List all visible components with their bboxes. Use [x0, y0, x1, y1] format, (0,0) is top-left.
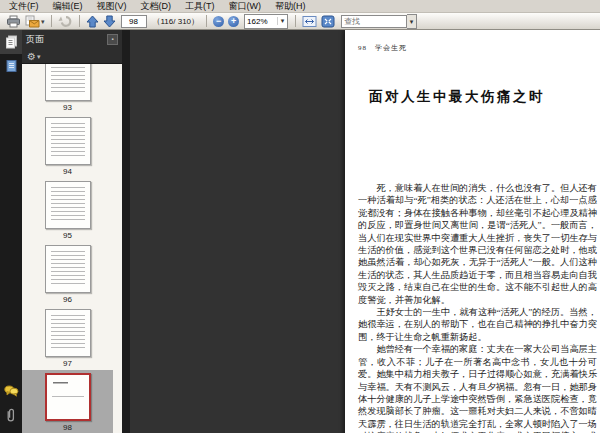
menu-item[interactable]: 工具(T) — [178, 0, 222, 13]
arrow-up-icon — [86, 15, 99, 28]
pages-panel-header: 页面 ▪ — [22, 30, 122, 49]
toolbar: ▾ （116/ 310） − + ▾ — [0, 13, 600, 30]
thumbnail-page-preview[interactable] — [45, 309, 91, 357]
menu-item[interactable]: 窗口(W) — [222, 0, 269, 13]
thumbnail-page-number: 93 — [22, 103, 113, 112]
thumbnail-page-preview[interactable] — [45, 117, 91, 165]
thumbnail-page-number: 94 — [22, 167, 113, 176]
body-paragraph: 她曾经有一个幸福的家庭：丈夫在一家大公司当高层主管，收入不菲；儿子在一所著名高中… — [358, 343, 597, 433]
document-page: 98学会生死 面对人生中最大伤痛之时 死，意味着人在世间的消失，什么也没有了。但… — [345, 30, 600, 433]
panel-menu-button[interactable]: ▪ — [107, 34, 118, 45]
panel-resize-divider[interactable] — [122, 30, 130, 433]
pages-panel: 页面 ▪ ⚙ ▾ 93 94 95 — [22, 30, 122, 433]
menu-item[interactable]: 文件(F) — [2, 0, 46, 13]
running-header-page-number: 98 — [358, 44, 367, 52]
thumbnail-text-lines — [52, 380, 84, 414]
menu-item[interactable]: 视图(V) — [90, 0, 134, 13]
find-box: ▾ — [341, 14, 417, 29]
previous-view-button-disabled[interactable] — [56, 14, 75, 29]
page-thumbnail[interactable]: 95 — [22, 178, 113, 242]
menu-bar: 文件(F)编辑(E)视图(V)文档(D)工具(T)窗口(W)帮助(H) — [0, 0, 600, 13]
previous-view-icon — [58, 15, 73, 28]
menu-item[interactable]: 编辑(E) — [46, 0, 90, 13]
pages-icon — [5, 35, 18, 49]
zoom-in-button[interactable]: + — [228, 16, 239, 27]
thumbnail-page-number: 95 — [22, 231, 113, 240]
fullscreen-icon — [321, 15, 335, 28]
fullscreen-button[interactable] — [319, 14, 337, 29]
thumbnail-text-lines — [51, 251, 85, 287]
body-paragraph: 死，意味着人在世间的消失，什么也没有了。但人还有一种活着却与“死”相类的状态：人… — [358, 182, 597, 306]
navigation-icon-strip — [0, 30, 22, 433]
toolbar-separator — [206, 15, 207, 27]
chevron-down-icon[interactable]: ▾ — [407, 14, 417, 29]
thumbnail-list: 93 94 95 96 97 98 — [22, 64, 113, 433]
thumbnail-page-number: 97 — [22, 359, 113, 368]
chevron-down-icon: ▾ — [37, 49, 41, 64]
body-paragraph: 王妤女士的一生中，就有这种“活死人”的经历。当然，她很幸运，在别人的帮助下，也在… — [358, 306, 597, 343]
toolbar-separator — [79, 15, 80, 27]
body-text: 死，意味着人在世间的消失，什么也没有了。但人还有一种活着却与“死”相类的状态：人… — [358, 182, 597, 433]
previous-page-button[interactable] — [84, 14, 101, 29]
thumbnail-text-lines — [51, 123, 85, 159]
page-thumbnail[interactable]: 94 — [22, 114, 113, 178]
find-input[interactable] — [341, 15, 407, 28]
printer-icon — [6, 15, 21, 28]
chevron-down-icon: ▾ — [41, 14, 45, 29]
comments-panel-button[interactable] — [0, 379, 22, 403]
print-button[interactable] — [4, 14, 23, 29]
paperclip-icon — [5, 408, 17, 423]
chapter-title: 面对人生中最大伤痛之时 — [369, 88, 545, 106]
zoom-level-input[interactable] — [245, 16, 277, 27]
fit-width-icon — [302, 15, 317, 28]
running-header-book-title: 学会生死 — [375, 44, 407, 52]
email-document-icon — [25, 15, 40, 28]
thumbnail-page-number: 98 — [22, 423, 113, 432]
running-header: 98学会生死 — [358, 43, 407, 53]
chevron-down-icon: ▾ — [277, 17, 287, 25]
panel-title: 页面 — [26, 33, 107, 46]
thumbnail-page-number: 96 — [22, 295, 113, 304]
thumbnail-page-preview[interactable] — [45, 64, 91, 101]
menu-item[interactable]: 帮助(H) — [268, 0, 313, 13]
page-number-input[interactable] — [121, 15, 147, 28]
zoom-out-button[interactable]: − — [213, 16, 224, 27]
thumbnail-text-lines — [51, 64, 85, 95]
page-thumbnail[interactable]: 93 — [22, 64, 113, 114]
attachments-panel-button[interactable] — [0, 403, 22, 427]
bookmarks-panel-button[interactable] — [0, 54, 22, 78]
toolbar-separator — [51, 15, 52, 27]
zoom-level-combo[interactable]: ▾ — [244, 14, 288, 29]
page-thumbnail[interactable]: 98 — [22, 370, 113, 433]
page-thumbnail[interactable]: 96 — [22, 242, 113, 306]
email-share-button[interactable]: ▾ — [23, 14, 47, 29]
strip-bottom-group — [0, 379, 22, 433]
next-page-button[interactable] — [101, 14, 118, 29]
thumbnail-text-lines — [51, 315, 85, 351]
menu-item[interactable]: 文档(D) — [134, 0, 179, 13]
page-thumbnail[interactable]: 97 — [22, 306, 113, 370]
document-view[interactable]: 98学会生死 面对人生中最大伤痛之时 死，意味着人在世间的消失，什么也没有了。但… — [130, 30, 600, 433]
fit-width-button[interactable] — [300, 14, 319, 29]
arrow-down-icon — [103, 15, 116, 28]
toolbar-separator — [295, 15, 296, 27]
thumbnail-page-preview[interactable] — [45, 245, 91, 293]
panel-options-row: ⚙ ▾ — [22, 49, 122, 64]
gear-icon[interactable]: ⚙ — [27, 49, 36, 64]
pages-panel-button[interactable] — [0, 30, 22, 54]
thumbnail-page-preview[interactable] — [45, 373, 91, 421]
comments-icon — [4, 385, 19, 398]
page-position-label: （116/ 310） — [153, 16, 200, 27]
bookmarks-icon — [5, 59, 18, 73]
thumbnail-page-preview[interactable] — [45, 181, 91, 229]
pdf-reader-window: 文件(F)编辑(E)视图(V)文档(D)工具(T)窗口(W)帮助(H) ▾ — [0, 0, 600, 433]
thumbnail-text-lines — [51, 187, 85, 223]
